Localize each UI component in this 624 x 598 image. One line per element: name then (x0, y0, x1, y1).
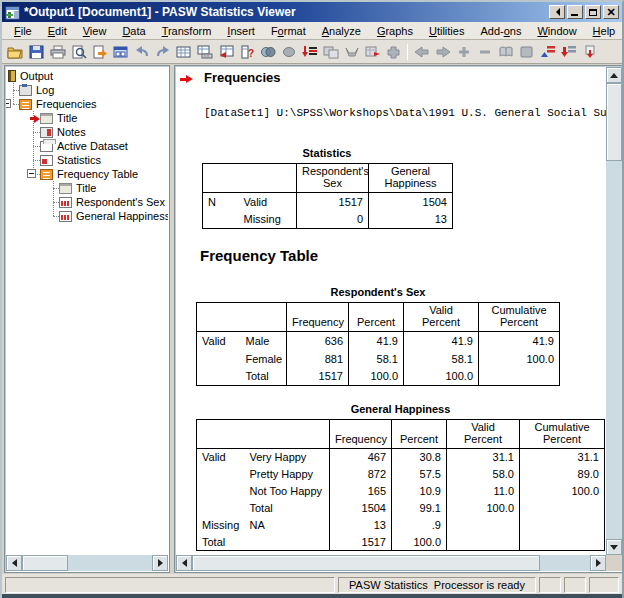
row-label (203, 211, 239, 229)
close-button[interactable]: ✕ (603, 5, 619, 19)
export-button[interactable] (89, 42, 110, 62)
outline-item-active-dataset[interactable]: Active Dataset (6, 139, 168, 153)
current-output-arrow-icon (180, 75, 194, 84)
outline-item-output[interactable]: Output (6, 69, 168, 83)
select-cases-button[interactable] (278, 42, 299, 62)
menu-analyze[interactable]: Analyze (314, 24, 369, 38)
cell (479, 368, 560, 386)
recall-dialogs-button[interactable] (110, 42, 131, 62)
variable-info-button[interactable]: ? (236, 42, 257, 62)
promote-button[interactable] (537, 42, 558, 62)
output-content[interactable]: Frequencies [DataSet1] U:\SPSS\Workshops… (176, 67, 606, 555)
scroll-thumb[interactable] (192, 555, 540, 571)
restore-document-button[interactable] (549, 5, 565, 19)
minimize-button[interactable] (567, 5, 583, 19)
hide-button[interactable] (516, 42, 537, 62)
variables-button[interactable] (215, 42, 236, 62)
cell: 100.0 (392, 534, 447, 551)
show-button[interactable] (495, 42, 516, 62)
save-button[interactable] (26, 42, 47, 62)
expand-button[interactable] (453, 42, 474, 62)
respondents-sex-pivot-table[interactable]: Respondent's Sex Frequency Percent Valid… (196, 286, 560, 386)
use-sets-icon (344, 45, 360, 59)
outline-item-title[interactable]: Title (6, 111, 168, 125)
back-button[interactable] (411, 42, 432, 62)
scroll-down-button[interactable] (606, 539, 622, 555)
menu-file[interactable]: File (6, 24, 40, 38)
statistics-pivot-table[interactable]: Statistics Respondent's Sex General Happ… (202, 147, 452, 229)
collapse-expander-icon[interactable] (27, 169, 36, 178)
forward-button[interactable] (432, 42, 453, 62)
scroll-left-button[interactable] (176, 555, 192, 571)
output-vertical-scrollbar[interactable] (606, 67, 622, 555)
outline-item-general-happiness[interactable]: General Happiness (6, 209, 168, 223)
current-item-arrow-icon (30, 115, 40, 122)
goto-output-item-button[interactable] (362, 42, 383, 62)
cell: 0 (297, 211, 369, 229)
outline-item-log[interactable]: Log (6, 83, 168, 97)
outline-panel: Output Log Frequencies Title Notes Activ… (4, 65, 170, 573)
outline-item-respondents-sex[interactable]: Respondent's Sex (6, 195, 168, 209)
general-happiness-pivot-table[interactable]: General Happiness Frequency Percent Vali… (196, 403, 605, 551)
redo-button[interactable] (152, 42, 173, 62)
show-results-button[interactable] (383, 42, 404, 62)
menu-edit[interactable]: Edit (40, 24, 75, 38)
open-button[interactable] (5, 42, 26, 62)
menu-data[interactable]: Data (114, 24, 153, 38)
goto-data-button[interactable] (173, 42, 194, 62)
designate-window-button[interactable] (320, 42, 341, 62)
cell: 467 (330, 449, 392, 466)
scroll-thumb[interactable] (22, 555, 68, 571)
menu-view[interactable]: View (75, 24, 115, 38)
svg-text:?: ? (248, 48, 254, 59)
scroll-up-button[interactable] (606, 67, 622, 83)
scroll-left-button[interactable] (6, 555, 22, 571)
menu-graphs[interactable]: Graphs (369, 24, 421, 38)
maximize-button[interactable] (585, 5, 601, 19)
menu-utilities[interactable]: Utilities (421, 24, 472, 38)
menu-help[interactable]: Help (585, 24, 624, 38)
goto-case-button[interactable] (194, 42, 215, 62)
demote-button[interactable] (558, 42, 579, 62)
cell (520, 534, 605, 551)
redo-icon (155, 45, 171, 59)
outline-tree[interactable]: Output Log Frequencies Title Notes Activ… (6, 67, 168, 555)
menu-insert[interactable]: Insert (219, 24, 263, 38)
insert-text-button[interactable] (579, 42, 600, 62)
output-horizontal-scrollbar[interactable] (176, 555, 606, 571)
plus-icon (386, 45, 401, 59)
use-sets-button[interactable] (341, 42, 362, 62)
print-button[interactable] (47, 42, 68, 62)
pivot-table-icon (59, 211, 72, 222)
select-last-output-button[interactable] (299, 42, 320, 62)
cell: 100.0 (479, 350, 560, 368)
insert-text-icon (583, 45, 597, 59)
menu-window[interactable]: Window (529, 24, 584, 38)
outline-item-frequencies[interactable]: Frequencies (6, 97, 168, 111)
title-icon (59, 183, 72, 194)
print-preview-button[interactable] (68, 42, 89, 62)
cell: 1504 (369, 193, 453, 211)
outline-item-statistics[interactable]: Statistics (6, 153, 168, 167)
cell: 58.1 (404, 350, 479, 368)
undo-button[interactable] (131, 42, 152, 62)
cell: 58.1 (349, 350, 404, 368)
menu-format[interactable]: Format (263, 24, 314, 38)
outline-item-frequency-table[interactable]: Frequency Table (6, 167, 168, 181)
menu-transform[interactable]: Transform (154, 24, 220, 38)
row-label: Valid (239, 193, 297, 211)
split-file-button[interactable] (257, 42, 278, 62)
outline-item-notes[interactable]: Notes (6, 125, 168, 139)
scroll-right-button[interactable] (152, 555, 168, 571)
outline-horizontal-scrollbar[interactable] (6, 555, 168, 571)
menu-add-ons[interactable]: Add-ons (472, 24, 529, 38)
outline-item-title2[interactable]: Title (6, 181, 168, 195)
collapse-button[interactable] (474, 42, 495, 62)
row-label: Valid (197, 449, 245, 466)
collapse-minus-icon (479, 46, 491, 58)
title-bar[interactable]: *Output1 [Document1] - PASW Statistics V… (2, 2, 622, 22)
scroll-right-button[interactable] (590, 555, 606, 571)
up-triangle-icon (610, 69, 618, 78)
scroll-thumb[interactable] (606, 83, 622, 161)
column-header: Percent (392, 420, 447, 449)
